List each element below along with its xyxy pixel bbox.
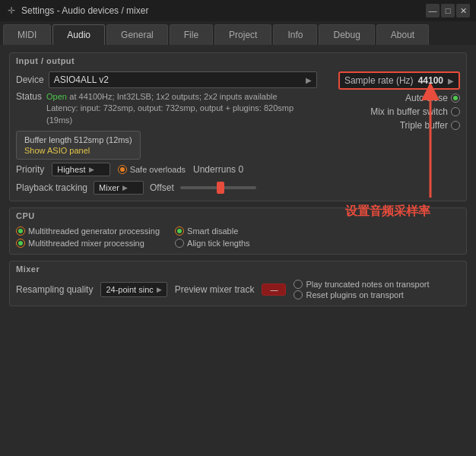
pin-icon: ✛	[6, 5, 17, 16]
annotation-text: 设置音频采样率	[345, 204, 430, 220]
auto-close-label: Auto close	[405, 93, 448, 103]
buffer-button[interactable]: Buffer length 512smp (12ms) Show ASIO pa…	[16, 131, 141, 160]
playback-tracking-dropdown[interactable]: Mixer ▶	[94, 181, 144, 195]
preview-mixer-label: Preview mixer track	[175, 284, 255, 295]
buffer-length: Buffer length 512smp (12ms)	[24, 135, 132, 144]
offset-slider[interactable]	[180, 186, 256, 189]
auto-close-checkbox[interactable]	[451, 93, 460, 103]
window-title: Settings - Audio devices / mixer	[21, 5, 426, 16]
multithreaded-mix-indicator[interactable]	[16, 239, 25, 248]
align-tick-row: Align tick lengths	[175, 239, 250, 248]
device-select[interactable]: ASIO4ALL v2 ▶	[49, 71, 317, 88]
smart-disable-indicator[interactable]	[175, 226, 184, 236]
tabs-row: MIDI Audio General File Project Info Deb…	[0, 21, 476, 45]
multithreaded-gen-label: Multithreaded generator processing	[28, 226, 160, 236]
playback-tracking-label: Playback tracking	[16, 182, 87, 193]
align-tick-indicator[interactable]	[175, 239, 184, 248]
priority-label: Priority	[16, 164, 44, 175]
tab-info[interactable]: Info	[273, 24, 317, 45]
multithreaded-gen-row: Multithreaded generator processing	[16, 226, 160, 236]
buffer-row: Buffer length 512smp (12ms) Show ASIO pa…	[16, 131, 317, 160]
priority-dropdown[interactable]: Highest ▶	[52, 163, 109, 176]
triple-buffer-checkbox[interactable]	[451, 121, 460, 130]
triple-buffer-label: Triple buffer	[400, 120, 448, 131]
play-truncated-indicator[interactable]	[294, 280, 303, 289]
sample-rate-label: Sample rate (Hz)	[344, 75, 414, 86]
play-truncated-row: Play truncated notes on transport	[294, 280, 429, 289]
tab-general[interactable]: General	[106, 24, 168, 45]
input-output-body: Device ASIO4ALL v2 ▶ Status Open	[10, 67, 466, 201]
status-detail1: at 44100Hz; Int32LSB; 1x2 outputs; 2x2 i…	[69, 92, 277, 101]
resampling-value: 24-point sinc	[106, 285, 153, 294]
tab-audio[interactable]: Audio	[52, 24, 105, 45]
minimize-button[interactable]: —	[426, 4, 440, 17]
preview-track-button[interactable]: —	[262, 283, 286, 296]
smart-disable-label: Smart disable	[187, 226, 238, 236]
resampling-dropdown[interactable]: 24-point sinc ▶	[100, 282, 167, 297]
resampling-label: Resampling quality	[16, 284, 93, 295]
priority-arrow-icon: ▶	[89, 166, 94, 173]
priority-row: Priority Highest ▶ Safe overloads Underr…	[16, 163, 460, 176]
settings-content: Input / output Device ASIO4ALL v2 ▶	[0, 45, 476, 320]
device-value: ASIO4ALL v2	[54, 74, 109, 85]
multithreaded-mix-label: Multithreaded mixer processing	[28, 239, 144, 248]
playback-tracking-row: Playback tracking Mixer ▶ Offset	[16, 181, 460, 195]
safe-overloads-indicator	[118, 165, 127, 174]
tracking-arrow-icon: ▶	[122, 184, 128, 192]
tab-about[interactable]: About	[376, 24, 429, 45]
input-output-section: Input / output Device ASIO4ALL v2 ▶	[9, 52, 467, 201]
multithreaded-gen-indicator[interactable]	[16, 226, 25, 236]
show-asio-link[interactable]: Show ASIO panel	[24, 146, 90, 155]
status-line1: Open at 44100Hz; Int32LSB; 1x2 outputs; …	[46, 91, 317, 103]
status-open: Open	[46, 92, 67, 101]
reset-plugins-indicator[interactable]	[294, 290, 303, 299]
tab-debug[interactable]: Debug	[319, 24, 374, 45]
reset-plugins-row: Reset plugins on transport	[294, 290, 429, 299]
slider-track	[180, 186, 256, 189]
status-details: Open at 44100Hz; Int32LSB; 1x2 outputs; …	[46, 91, 317, 126]
smart-disable-row: Smart disable	[175, 226, 250, 236]
io-left: Device ASIO4ALL v2 ▶ Status Open	[16, 71, 317, 163]
offset-label: Offset	[150, 182, 174, 193]
play-truncated-label: Play truncated notes on transport	[306, 280, 429, 289]
auto-close-row: Auto close	[405, 93, 460, 103]
safe-overloads-label: Safe overloads	[130, 165, 186, 174]
title-bar: ✛ Settings - Audio devices / mixer — □ ✕	[0, 0, 476, 21]
sample-rate-arrow-icon: ▶	[448, 77, 454, 85]
mix-buffer-label: Mix in buffer switch	[370, 106, 448, 117]
triple-buffer-row: Triple buffer	[400, 120, 460, 131]
mix-buffer-row: Mix in buffer switch	[370, 106, 460, 117]
mix-buffer-checkbox[interactable]	[451, 107, 460, 116]
close-button[interactable]: ✕	[456, 4, 470, 17]
tab-file[interactable]: File	[170, 24, 213, 45]
sample-rate-value: 44100	[418, 75, 443, 86]
status-detail2: Latency: input: 732smp, output: 732smp, …	[46, 103, 317, 126]
input-output-label: Input / output	[10, 53, 466, 67]
sample-rate-box[interactable]: Sample rate (Hz) 44100 ▶	[338, 71, 460, 90]
io-grid: Device ASIO4ALL v2 ▶ Status Open	[16, 71, 460, 163]
align-tick-label: Align tick lengths	[187, 239, 250, 248]
device-row: Device ASIO4ALL v2 ▶	[16, 71, 317, 88]
safe-overloads-radio[interactable]: Safe overloads	[118, 165, 186, 174]
device-label: Device	[16, 74, 44, 85]
device-arrow-icon: ▶	[306, 76, 312, 84]
mixer-right-options: Play truncated notes on transport Reset …	[294, 280, 429, 299]
mixer-row: Resampling quality 24-point sinc ▶ Previ…	[16, 280, 460, 299]
preview-track-icon: —	[270, 286, 278, 294]
io-right: Sample rate (Hz) 44100 ▶ Auto close Mix …	[323, 71, 460, 163]
reset-plugins-label: Reset plugins on transport	[306, 290, 403, 299]
slider-thumb[interactable]	[217, 182, 224, 194]
resample-arrow-icon: ▶	[157, 286, 162, 293]
status-label: Status	[16, 91, 42, 102]
multithreaded-mix-row: Multithreaded mixer processing	[16, 239, 160, 248]
playback-tracking-value: Mixer	[99, 183, 119, 192]
tab-midi[interactable]: MIDI	[3, 24, 51, 45]
tab-project[interactable]: Project	[214, 24, 271, 45]
underruns-label: Underruns 0	[193, 164, 243, 175]
window-controls: — □ ✕	[426, 4, 470, 17]
maximize-button[interactable]: □	[441, 4, 455, 17]
cpu-body: Multithreaded generator processing Multi…	[10, 222, 466, 254]
mixer-body: Resampling quality 24-point sinc ▶ Previ…	[10, 275, 466, 306]
status-row: Status Open at 44100Hz; Int32LSB; 1x2 ou…	[16, 91, 317, 126]
mixer-section: Mixer Resampling quality 24-point sinc ▶…	[9, 261, 467, 306]
